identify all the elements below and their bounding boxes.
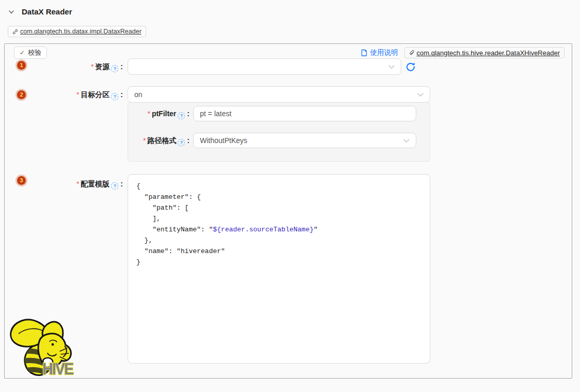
hive-logo-text: HIVE [42, 360, 73, 378]
required-mark: * [91, 62, 93, 71]
chevron-down-icon [403, 139, 410, 143]
refresh-icon[interactable] [406, 62, 415, 71]
usage-doc-link[interactable]: 使用说明 [360, 48, 398, 57]
base-class-tag-label: com.qlangtech.tis.datax.impl.DataxReader [20, 28, 142, 35]
ptfilter-field-label: *ptFilter?: [128, 108, 190, 119]
question-circle-icon[interactable]: ? [178, 139, 185, 146]
template-field-label: *配置模版?: [5, 179, 123, 190]
plugin-form-panel: ✓ 校验 使用说明 com.qlangtech.tis.hive.reader.… [4, 43, 572, 379]
link-icon [12, 29, 18, 35]
question-circle-icon[interactable]: ? [111, 93, 118, 100]
partition-field-label: *目标分区?: [5, 89, 123, 100]
impl-class-tag-label: com.qlangtech.tis.hive.reader.DataXHiveR… [417, 49, 560, 57]
validate-button[interactable]: ✓ 校验 [14, 46, 47, 59]
question-circle-icon[interactable]: ? [111, 65, 118, 72]
pathformat-select[interactable]: WithoutPtKeys [193, 133, 416, 148]
usage-doc-label: 使用说明 [370, 48, 398, 57]
resource-field-label: *资源?: [5, 61, 123, 72]
partition-subform-panel: *ptFilter?: *路径格式?: WithoutPtKeys [128, 102, 430, 162]
config-template-editor[interactable]: { "parameter": { "path": [ ], "entityNam… [128, 174, 430, 364]
ptfilter-input[interactable] [193, 106, 416, 121]
required-mark: * [143, 136, 146, 145]
required-mark: * [76, 90, 79, 99]
resource-select[interactable] [128, 58, 401, 75]
panel-toolbar-right: 使用说明 com.qlangtech.tis.hive.reader.DataX… [360, 47, 565, 58]
question-circle-icon[interactable]: ? [111, 182, 118, 190]
required-mark: * [147, 109, 150, 118]
pathformat-field-label: *路径格式?: [128, 135, 190, 146]
collapse-chevron-icon[interactable] [8, 9, 14, 14]
document-icon [360, 49, 368, 57]
impl-class-tag[interactable]: com.qlangtech.tis.hive.reader.DataXHiveR… [404, 47, 565, 58]
partition-select[interactable]: on [128, 86, 430, 103]
code-content: { "parameter": { "path": [ ], "entityNam… [136, 181, 421, 268]
paperclip-icon [409, 50, 415, 56]
validate-button-label: 校验 [28, 48, 41, 57]
pathformat-select-value: WithoutPtKeys [200, 136, 247, 145]
question-circle-icon[interactable]: ? [178, 112, 185, 119]
hive-logo: HIVE [6, 316, 76, 379]
check-icon: ✓ [20, 49, 25, 56]
chevron-down-icon [388, 65, 395, 69]
base-class-tag[interactable]: com.qlangtech.tis.datax.impl.DataxReader [8, 26, 146, 37]
page-title: DataX Reader [22, 7, 72, 16]
required-mark: * [76, 180, 79, 188]
partition-select-value: on [134, 90, 143, 99]
chevron-down-icon [417, 93, 424, 97]
